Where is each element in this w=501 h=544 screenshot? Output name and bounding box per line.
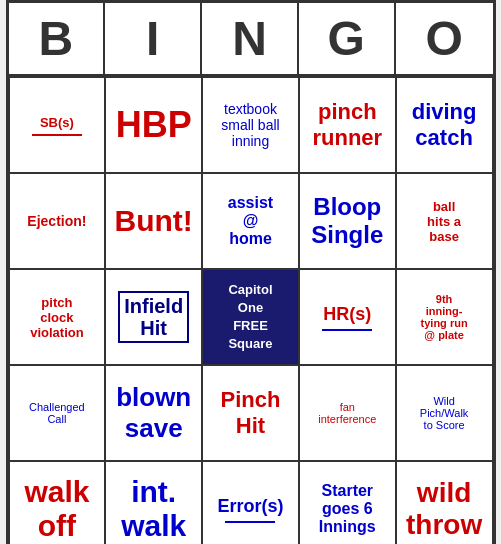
cell-text: Bunt! bbox=[115, 204, 193, 238]
cell-text: pinchrunner bbox=[312, 99, 382, 151]
header-o: O bbox=[396, 3, 493, 74]
cell-r1c4[interactable]: pinchrunner bbox=[299, 77, 396, 173]
cell-r3c3-free[interactable]: CapitolOneFREESquare bbox=[202, 269, 299, 365]
cell-r4c2[interactable]: blownsave bbox=[105, 365, 202, 461]
bingo-grid: SB(s) HBP textbooksmall ballinning pinch… bbox=[9, 77, 493, 544]
cell-text: wildthrow bbox=[406, 477, 482, 541]
underline bbox=[225, 521, 275, 523]
cell-text: CapitolOneFREESquare bbox=[228, 281, 272, 354]
cell-text: divingcatch bbox=[412, 99, 477, 151]
underline bbox=[32, 134, 82, 136]
cell-r4c1[interactable]: ChallengedCall bbox=[9, 365, 106, 461]
cell-r5c3[interactable]: Error(s) bbox=[202, 461, 299, 544]
cell-text: blownsave bbox=[116, 382, 191, 444]
cell-r1c1[interactable]: SB(s) bbox=[9, 77, 106, 173]
cell-text: PinchHit bbox=[221, 387, 281, 439]
header-g: G bbox=[299, 3, 396, 74]
cell-text: Error(s) bbox=[217, 496, 283, 517]
header-n: N bbox=[202, 3, 299, 74]
header-i: I bbox=[105, 3, 202, 74]
cell-r2c3[interactable]: assist@home bbox=[202, 173, 299, 269]
cell-r2c4[interactable]: BloopSingle bbox=[299, 173, 396, 269]
cell-text: BloopSingle bbox=[311, 193, 383, 249]
cell-text: ballhits abase bbox=[427, 199, 461, 244]
cell-text: 9thinning-tying run@ plate bbox=[421, 293, 468, 341]
bingo-header: B I N G O bbox=[9, 3, 493, 77]
cell-text: faninterference bbox=[318, 401, 376, 425]
cell-r3c2[interactable]: InfieldHit bbox=[105, 269, 202, 365]
cell-r3c4[interactable]: HR(s) bbox=[299, 269, 396, 365]
cell-r1c5[interactable]: divingcatch bbox=[396, 77, 493, 173]
cell-r1c3[interactable]: textbooksmall ballinning bbox=[202, 77, 299, 173]
cell-r4c5[interactable]: WildPich/Walkto Score bbox=[396, 365, 493, 461]
cell-text: textbooksmall ballinning bbox=[221, 101, 279, 149]
cell-r2c2[interactable]: Bunt! bbox=[105, 173, 202, 269]
cell-r4c4[interactable]: faninterference bbox=[299, 365, 396, 461]
cell-text: HBP bbox=[116, 104, 192, 146]
cell-text: Startergoes 6Innings bbox=[319, 482, 376, 536]
cell-text: Ejection! bbox=[27, 213, 86, 229]
cell-r5c5[interactable]: wildthrow bbox=[396, 461, 493, 544]
cell-r3c1[interactable]: pitchclockviolation bbox=[9, 269, 106, 365]
cell-r2c5[interactable]: ballhits abase bbox=[396, 173, 493, 269]
cell-r2c1[interactable]: Ejection! bbox=[9, 173, 106, 269]
cell-r5c1[interactable]: walkoff bbox=[9, 461, 106, 544]
cell-text: SB(s) bbox=[40, 115, 74, 130]
cell-text: WildPich/Walkto Score bbox=[420, 395, 469, 431]
cell-text: int.walk bbox=[121, 475, 186, 543]
cell-text: pitchclockviolation bbox=[30, 295, 83, 340]
cell-r4c3[interactable]: PinchHit bbox=[202, 365, 299, 461]
cell-r5c2[interactable]: int.walk bbox=[105, 461, 202, 544]
bingo-card: B I N G O SB(s) HBP textbooksmall ballin… bbox=[6, 0, 496, 544]
cell-text: walkoff bbox=[24, 475, 89, 543]
header-b: B bbox=[9, 3, 106, 74]
cell-r3c5[interactable]: 9thinning-tying run@ plate bbox=[396, 269, 493, 365]
cell-text: ChallengedCall bbox=[29, 401, 85, 425]
underline bbox=[322, 329, 372, 331]
cell-text: InfieldHit bbox=[118, 291, 189, 343]
cell-text: HR(s) bbox=[323, 304, 371, 325]
cell-text: assist@home bbox=[228, 194, 273, 248]
cell-r5c4[interactable]: Startergoes 6Innings bbox=[299, 461, 396, 544]
cell-r1c2[interactable]: HBP bbox=[105, 77, 202, 173]
